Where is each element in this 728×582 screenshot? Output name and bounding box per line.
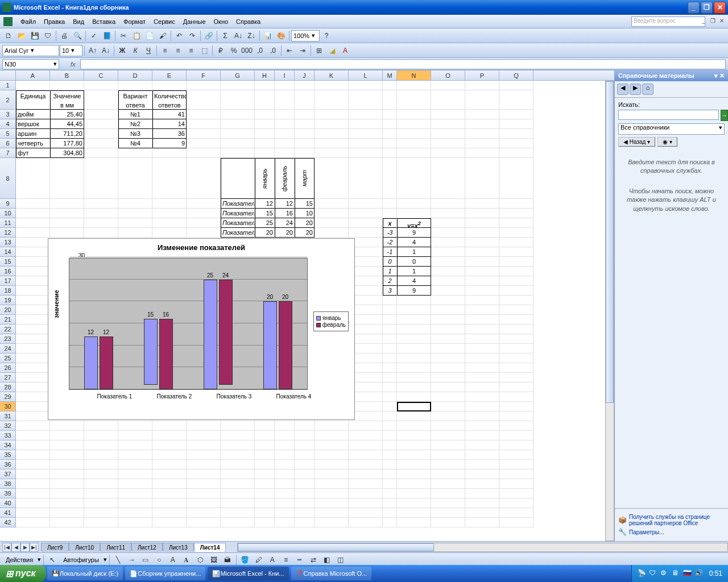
cell-A3[interactable]: дюйм [16,110,50,119]
select-objects-icon[interactable]: ↖ [46,554,59,566]
line-color-icon[interactable]: 🖊 [253,554,265,566]
cell-C37[interactable] [84,469,118,479]
cell-N6[interactable] [397,139,431,148]
rectangle-icon[interactable]: ▭ [139,554,152,566]
cell-O14[interactable] [431,247,465,257]
cell-O5[interactable] [431,129,465,139]
cell-M15[interactable]: 0 [383,257,397,267]
cell-F33[interactable] [187,431,221,440]
menu-data[interactable]: Данные [180,17,209,26]
sheet-tab-Лист12[interactable]: Лист12 [131,543,163,552]
cell-M30[interactable] [383,402,397,411]
cell-O7[interactable] [431,148,465,158]
cell-M19[interactable] [383,296,397,305]
cell-K5[interactable] [315,129,349,139]
cell-M38[interactable] [383,479,397,489]
font-color-icon[interactable]: A [339,44,351,57]
cell-K6[interactable] [315,139,349,148]
cell-O11[interactable] [431,218,465,228]
cell-M37[interactable] [383,469,397,479]
cell-M33[interactable] [383,431,397,440]
row-header-9[interactable]: 9 [0,199,16,209]
row-header-11[interactable]: 11 [0,218,16,228]
cell-L11[interactable] [349,218,383,228]
cell-G40[interactable] [221,498,255,508]
cell-Q12[interactable] [499,228,533,238]
row-header-36[interactable]: 36 [0,460,16,469]
cell-P38[interactable] [465,479,499,489]
line-style-icon[interactable]: ≡ [280,554,292,566]
increase-font-icon[interactable]: A↑ [86,44,99,57]
cell-Q35[interactable] [499,450,533,460]
cell-Q27[interactable] [499,373,533,383]
cell-Q36[interactable] [499,460,533,469]
row-header-16[interactable]: 16 [0,267,16,276]
cell-Q1[interactable] [499,81,533,90]
cell-E12[interactable] [152,228,187,238]
cell-K38[interactable] [315,479,349,489]
cell-M21[interactable] [383,315,397,325]
cell-B34[interactable] [50,440,84,450]
cell-I36[interactable] [275,460,295,469]
cell-O34[interactable] [431,440,465,450]
cell-P20[interactable] [465,305,499,315]
cell-J35[interactable] [295,450,315,460]
cell-P35[interactable] [465,450,499,460]
cell-K4[interactable] [315,119,349,129]
cell-J8[interactable]: март [295,158,315,199]
cell-Q25[interactable] [499,354,533,363]
cell-E39[interactable] [152,489,187,498]
cell-F42[interactable] [187,518,221,527]
cell-N42[interactable] [397,518,431,527]
cell-F6[interactable] [187,139,221,148]
cell-G11[interactable]: Показатель 3 [221,218,255,228]
column-header-A[interactable]: A [16,70,50,80]
cell-O23[interactable] [431,334,465,344]
cell-H12[interactable]: 20 [255,228,275,238]
column-header-O[interactable]: O [431,70,465,80]
menu-window[interactable]: Окно [210,17,232,26]
cell-Q23[interactable] [499,334,533,344]
tray-volume-icon[interactable]: 🔊 [694,569,704,578]
clipart-icon[interactable]: 🖼 [208,554,220,566]
cell-G32[interactable] [221,421,255,431]
cell-N15[interactable]: 0 [397,257,431,267]
cell-O1[interactable] [431,81,465,90]
cell-E1[interactable] [152,81,187,90]
cell-F5[interactable] [187,129,221,139]
cell-N23[interactable] [397,334,431,344]
cell-E32[interactable] [152,421,187,431]
cell-C35[interactable] [84,450,118,460]
cell-Q40[interactable] [499,498,533,508]
cell-O12[interactable] [431,228,465,238]
cell-B9[interactable] [50,199,84,209]
cell-O33[interactable] [431,431,465,440]
cell-E11[interactable] [152,218,187,228]
row-header-35[interactable]: 35 [0,450,16,460]
cell-N20[interactable] [397,305,431,315]
cell-E34[interactable] [152,440,187,450]
font-combo[interactable]: Arial Cyr▾ [2,45,59,56]
cell-A34[interactable] [16,440,50,450]
cell-B2[interactable]: Значениев мм [50,90,84,110]
cell-B11[interactable] [50,218,84,228]
cell-N31[interactable] [397,411,431,421]
taskbar-item-help[interactable]: ❓ Справка Microsoft O... [291,567,372,580]
cell-H8[interactable]: январь [255,158,275,199]
cell-M41[interactable] [383,508,397,518]
cell-N3[interactable] [397,110,431,119]
cell-P10[interactable] [465,209,499,218]
cell-H11[interactable]: 25 [255,218,275,228]
cell-O17[interactable] [431,276,465,286]
cell-Q4[interactable] [499,119,533,129]
close-button[interactable]: ✕ [714,2,726,14]
cell-I8[interactable]: февраль [275,158,295,199]
cell-H36[interactable] [255,460,275,469]
cell-Q31[interactable] [499,411,533,421]
print-preview-icon[interactable]: 🔍 [71,30,84,42]
cell-J32[interactable] [295,421,315,431]
cell-F36[interactable] [187,460,221,469]
cell-K2[interactable] [315,90,349,110]
column-header-P[interactable]: P [465,70,499,80]
cell-F41[interactable] [187,508,221,518]
